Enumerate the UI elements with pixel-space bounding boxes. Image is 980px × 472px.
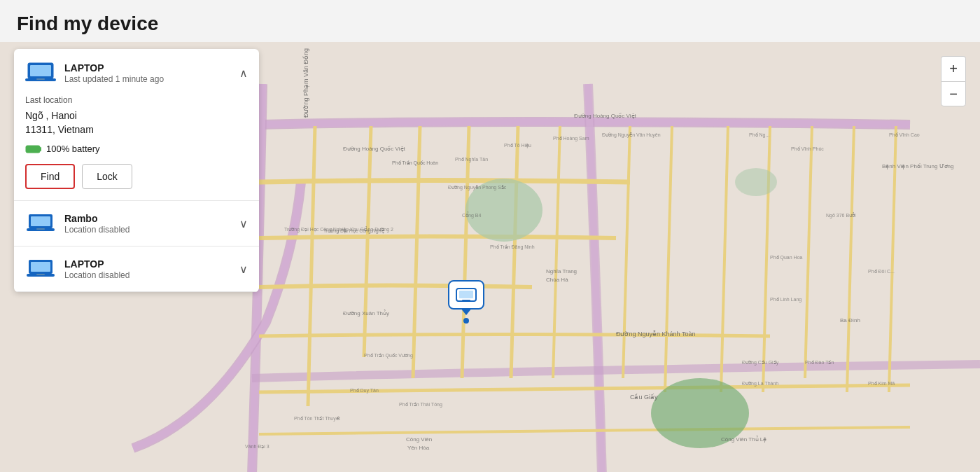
device-name-laptop: LAPTOP xyxy=(64,62,164,74)
svg-text:Phố Trần Đăng Ninh: Phố Trần Đăng Ninh xyxy=(490,244,535,250)
svg-rect-52 xyxy=(27,146,39,152)
device-card-laptop2[interactable]: LAPTOP Location disabled ∨ xyxy=(14,247,259,292)
svg-text:Phố Nghĩa Tân: Phố Nghĩa Tân xyxy=(455,157,488,162)
find-button[interactable]: Find xyxy=(25,164,75,189)
map-pin xyxy=(448,280,484,324)
svg-rect-47 xyxy=(30,65,51,76)
zoom-in-button[interactable]: + xyxy=(941,56,966,81)
svg-rect-51 xyxy=(40,147,41,151)
svg-text:Yên Hòa: Yên Hòa xyxy=(407,445,430,451)
battery-row: 100% battery xyxy=(25,144,248,154)
device-info-rambo: Rambo Location disabled xyxy=(64,213,130,235)
device-icon-rambo xyxy=(25,211,56,236)
svg-point-3 xyxy=(735,168,777,196)
svg-text:Nghĩa Trang: Nghĩa Trang xyxy=(546,268,577,275)
svg-text:Đường La Thành: Đường La Thành xyxy=(742,381,778,387)
device-card-laptop2-left: LAPTOP Location disabled xyxy=(25,256,130,282)
pin-bubble xyxy=(448,280,484,310)
device-name-laptop2: LAPTOP xyxy=(64,258,130,270)
svg-text:Đường Nguyễn Văn Huyên: Đường Nguyễn Văn Huyên xyxy=(602,132,661,138)
address: Ngõ , Hanoi 11311, Vietnam xyxy=(25,109,248,137)
svg-text:Chùa Hà: Chùa Hà xyxy=(546,277,568,283)
svg-text:Phố Tô Hiệu: Phố Tô Hiệu xyxy=(504,143,531,148)
device-info-laptop2: LAPTOP Location disabled xyxy=(64,258,130,280)
svg-text:Phố Trần Quốc Vương: Phố Trần Quốc Vương xyxy=(364,353,413,359)
svg-text:Phố Vĩnh Cao: Phố Vĩnh Cao xyxy=(889,132,920,137)
page-header: Find my device xyxy=(0,0,980,42)
device-status-rambo: Location disabled xyxy=(64,225,130,235)
svg-text:Đường Nguyễn Phong Sắc: Đường Nguyễn Phong Sắc xyxy=(448,185,507,190)
device-card-header-left: LAPTOP Last updated 1 minute ago xyxy=(25,60,164,85)
device-card-header-laptop[interactable]: LAPTOP Last updated 1 minute ago ∧ xyxy=(25,60,248,85)
svg-text:Đường Cầu Giấy: Đường Cầu Giấy xyxy=(742,360,779,366)
svg-text:Đường Hoàng Quốc Việt: Đường Hoàng Quốc Việt xyxy=(343,146,406,152)
svg-text:Công Viên Thủ Lệ: Công Viên Thủ Lệ xyxy=(721,436,766,443)
last-location-label: Last location xyxy=(25,95,248,105)
svg-rect-45 xyxy=(462,300,470,301)
svg-point-1 xyxy=(465,179,542,242)
address-line2: 11311, Vietnam xyxy=(25,124,94,135)
svg-text:Công Viên: Công Viên xyxy=(406,436,432,443)
map-controls: + − xyxy=(941,56,966,106)
svg-rect-60 xyxy=(36,274,45,275)
svg-text:Phố Kim Mã: Phố Kim Mã xyxy=(868,381,895,386)
svg-text:Phố Duy Tân: Phố Duy Tân xyxy=(350,388,379,394)
device-status-laptop2: Location disabled xyxy=(64,270,130,280)
address-line1: Ngõ , Hanoi xyxy=(25,110,77,121)
svg-text:Đường Hoàng Quốc Việt: Đường Hoàng Quốc Việt xyxy=(574,113,637,119)
device-icon-laptop2 xyxy=(25,256,56,282)
zoom-out-button[interactable]: − xyxy=(941,81,966,106)
device-updated-laptop: Last updated 1 minute ago xyxy=(64,74,164,84)
svg-text:Phố Đào Tấn: Phố Đào Tấn xyxy=(805,360,834,365)
lock-button[interactable]: Lock xyxy=(82,164,132,189)
svg-text:Phố Trần Quốc Hoàn: Phố Trần Quốc Hoàn xyxy=(392,160,438,166)
content-area: Đường Phạm Văn Đồng Đường Hoàng Quốc Việ… xyxy=(0,42,980,472)
chevron-down-icon-laptop2: ∨ xyxy=(239,263,248,276)
device-card-rambo[interactable]: Rambo Location disabled ∨ xyxy=(14,201,259,247)
device-info: LAPTOP Last updated 1 minute ago xyxy=(64,62,164,84)
svg-text:Vành Đại 3: Vành Đại 3 xyxy=(245,444,270,450)
svg-text:Cầu Giấy: Cầu Giấy xyxy=(630,394,658,401)
battery-icon xyxy=(25,144,42,154)
svg-rect-49 xyxy=(36,78,45,80)
battery-text: 100% battery xyxy=(46,144,100,154)
svg-text:Trường Đại Học Công Nghệ: Trường Đại Học Công Nghệ xyxy=(323,228,384,234)
svg-rect-54 xyxy=(31,216,50,226)
device-card-laptop-main: LAPTOP Last updated 1 minute ago ∧ Last … xyxy=(14,49,259,201)
svg-text:Phố Ng...: Phố Ng... xyxy=(749,132,769,138)
page-title: Find my device xyxy=(17,13,963,35)
chevron-up-icon: ∧ xyxy=(239,67,248,80)
svg-text:Cổng B4: Cổng B4 xyxy=(462,211,481,218)
device-icon-laptop xyxy=(25,60,56,85)
svg-text:Đường Nguyễn Khánh Toàn: Đường Nguyễn Khánh Toàn xyxy=(616,331,695,338)
svg-text:Đường Phạm Văn Đồng: Đường Phạm Văn Đồng xyxy=(302,48,309,118)
svg-text:Đường Xuân Thủy: Đường Xuân Thủy xyxy=(343,310,389,317)
device-name-rambo: Rambo xyxy=(64,213,130,224)
svg-text:Ba Đình: Ba Đình xyxy=(840,317,860,324)
chevron-down-icon-rambo: ∨ xyxy=(239,217,248,230)
svg-text:Bệnh Viện Phối Trung Ương: Bệnh Viện Phối Trung Ương xyxy=(882,163,953,169)
device-details-laptop: Last location Ngõ , Hanoi 11311, Vietnam xyxy=(25,95,248,189)
svg-rect-56 xyxy=(36,228,45,230)
svg-rect-58 xyxy=(31,262,50,272)
svg-text:Phố Vĩnh Phúc: Phố Vĩnh Phúc xyxy=(791,146,824,151)
svg-text:Phố Hoàng Sam: Phố Hoàng Sam xyxy=(553,136,589,141)
svg-text:Phố Quan Hoa: Phố Quan Hoa xyxy=(770,255,803,261)
svg-text:Phố Trần Thái Tông: Phố Trần Thái Tông xyxy=(399,402,442,408)
svg-text:Phố Linh Lang: Phố Linh Lang xyxy=(770,297,802,303)
svg-text:Phố Tôn Thất Thuyết: Phố Tôn Thất Thuyết xyxy=(294,416,340,422)
svg-text:Phố Đôi C...: Phố Đôi C... xyxy=(868,269,895,274)
svg-text:Ngõ 376 Bưởi: Ngõ 376 Bưởi xyxy=(826,212,856,218)
svg-point-2 xyxy=(651,378,749,448)
pin-pointer-dot xyxy=(463,318,469,324)
action-buttons: Find Lock xyxy=(25,164,248,189)
sidebar-panel: LAPTOP Last updated 1 minute ago ∧ Last … xyxy=(14,49,259,292)
device-card-rambo-left: Rambo Location disabled xyxy=(25,211,130,236)
svg-text:Trường Đại Học Công Nghiệp Khu: Trường Đại Học Công Nghiệp Khu Giảng Đườ… xyxy=(284,226,393,232)
svg-rect-44 xyxy=(459,291,473,298)
